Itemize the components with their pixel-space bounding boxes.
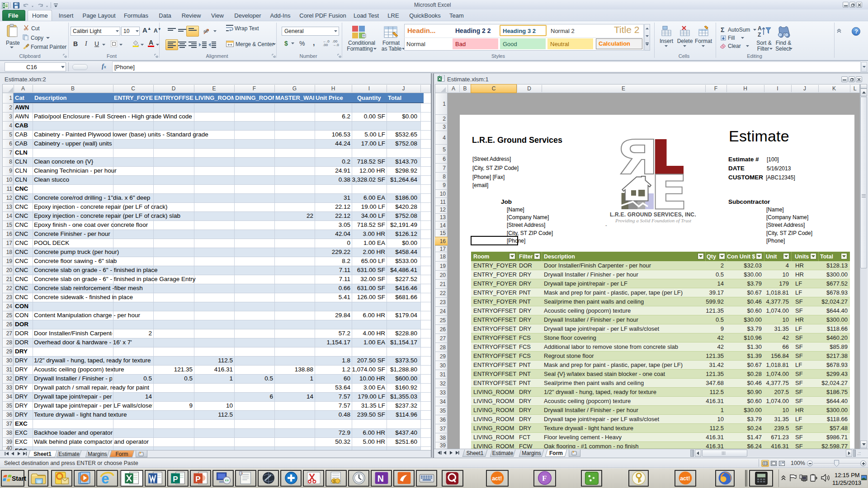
svg-text:N: N: [377, 474, 383, 483]
svg-text:$: $: [333, 479, 335, 483]
svg-text:F: F: [542, 474, 547, 483]
svg-text:P: P: [195, 475, 200, 483]
svg-text:act!: act!: [680, 475, 690, 482]
svg-text:Z: Z: [758, 32, 761, 38]
svg-text:A: A: [758, 25, 762, 32]
svg-text:ab: ab: [203, 29, 208, 33]
svg-text:P: P: [173, 475, 178, 483]
svg-text:Providing a Solid Foundation o: Providing a Solid Foundation of Trust: [615, 218, 692, 223]
svg-text:L.R.E. GROUND SERVICES, INC.: L.R.E. GROUND SERVICES, INC.: [610, 211, 696, 218]
svg-text:act!: act!: [492, 475, 502, 482]
